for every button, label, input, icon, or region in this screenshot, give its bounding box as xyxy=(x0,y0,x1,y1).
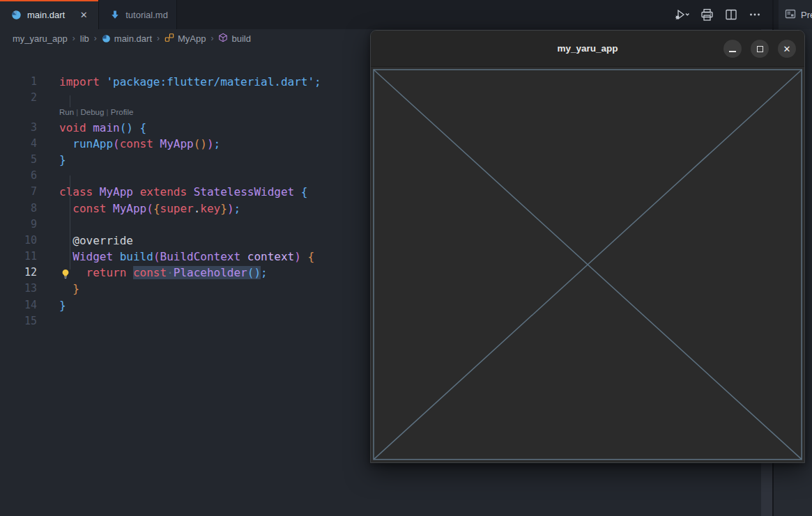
indent-guide xyxy=(70,95,70,107)
tab-label: tutorial.md xyxy=(125,10,168,20)
codelens-separator: | xyxy=(104,108,110,116)
line-number: 5 xyxy=(0,152,37,168)
breadcrumb-separator: › xyxy=(157,33,160,43)
breadcrumb-item-file[interactable]: main.dart xyxy=(102,33,152,44)
indent-guide xyxy=(70,175,70,269)
codelens-link[interactable]: Debug xyxy=(81,108,105,116)
app-window-content xyxy=(371,67,804,462)
line-number: 1 xyxy=(0,74,37,90)
line-number: 10 xyxy=(0,233,37,249)
tab-label: Pre xyxy=(801,10,812,20)
code-text: } xyxy=(59,297,66,313)
tab-label: main.dart xyxy=(27,10,65,20)
line-number: 6 xyxy=(0,168,37,184)
breadcrumb-item-class[interactable]: MyApp xyxy=(164,33,206,45)
codelens-link[interactable]: Run xyxy=(59,108,74,116)
app-window-titlebar[interactable]: my_yaru_app ✕ xyxy=(371,31,804,67)
code-text: const MyApp({super.key}); xyxy=(59,201,240,217)
markdown-file-icon xyxy=(110,10,120,19)
line-number: 14 xyxy=(0,297,37,313)
tab-bar: main.dart ✕ tutorial.md xyxy=(0,0,772,29)
dart-file-icon xyxy=(102,34,111,43)
code-text: class MyApp extends StatelessWidget { xyxy=(59,184,307,200)
line-number: 11 xyxy=(0,249,37,265)
code-text: return const·Placeholder(); xyxy=(59,265,268,281)
preview-icon xyxy=(785,8,796,22)
close-tab-icon[interactable]: ✕ xyxy=(77,8,90,21)
code-text: void main() { xyxy=(59,120,146,136)
vscode-screen: main.dart ✕ tutorial.md xyxy=(0,0,812,516)
print-button[interactable] xyxy=(700,8,714,22)
line-number: 2 xyxy=(0,90,37,106)
code-text: runApp(const MyApp()); xyxy=(59,136,220,152)
close-icon: ✕ xyxy=(783,44,791,53)
more-actions-button[interactable] xyxy=(749,8,761,21)
line-number: 12 xyxy=(0,265,37,281)
codelens-link[interactable]: Profile xyxy=(111,108,134,116)
line-number: 13 xyxy=(0,281,37,297)
minimize-icon xyxy=(729,51,736,52)
breadcrumb-item-project[interactable]: my_yaru_app xyxy=(13,33,68,44)
tab-preview[interactable]: Pre xyxy=(779,0,812,29)
tab-bar-group-2: Pre xyxy=(774,0,812,29)
tab-tutorial-md[interactable]: tutorial.md xyxy=(99,0,177,29)
line-number: 7 xyxy=(0,184,37,200)
line-number: 3 xyxy=(0,120,37,136)
code-text: import 'package:flutter/material.dart'; xyxy=(59,74,321,90)
run-debug-button[interactable] xyxy=(674,8,689,21)
symbol-method-icon xyxy=(218,33,228,45)
line-number: 4 xyxy=(0,136,37,152)
breadcrumb-item-method[interactable]: build xyxy=(218,33,250,45)
breadcrumb-item-lib[interactable]: lib xyxy=(80,33,89,44)
line-number: 8 xyxy=(0,201,37,217)
symbol-class-icon xyxy=(164,33,174,45)
codelens-separator: | xyxy=(74,108,80,116)
code-text: } xyxy=(59,281,79,297)
flutter-placeholder-widget xyxy=(373,69,802,460)
code-text: } xyxy=(59,152,66,168)
close-button[interactable]: ✕ xyxy=(778,40,796,58)
split-editor-button[interactable] xyxy=(725,8,737,21)
minimize-button[interactable] xyxy=(723,40,742,58)
maximize-button[interactable] xyxy=(751,40,769,58)
app-window-title: my_yaru_app xyxy=(557,43,618,54)
dart-file-icon xyxy=(11,10,22,20)
app-window: my_yaru_app ✕ xyxy=(370,30,805,463)
code-text: Widget build(BuildContext context) { xyxy=(59,249,314,265)
breadcrumb-separator: › xyxy=(94,33,97,43)
tab-main-dart[interactable]: main.dart ✕ xyxy=(0,0,99,29)
line-number: 15 xyxy=(0,313,37,329)
editor-actions xyxy=(674,0,761,29)
window-controls: ✕ xyxy=(723,31,796,67)
maximize-icon xyxy=(757,46,763,52)
breadcrumb-separator: › xyxy=(210,33,213,43)
line-number: 9 xyxy=(0,217,37,233)
active-tab-accent xyxy=(0,0,98,1)
breadcrumb-separator: › xyxy=(72,33,75,43)
